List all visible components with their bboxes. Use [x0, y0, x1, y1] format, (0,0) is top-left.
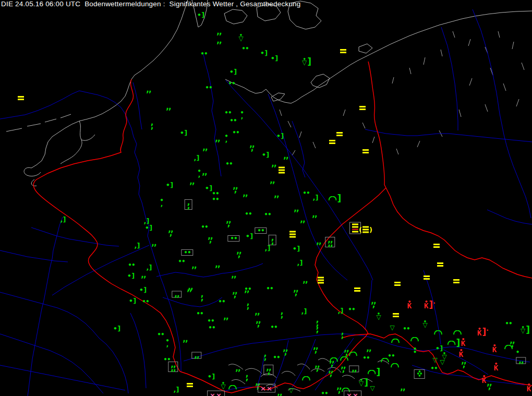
- wx-symbol-d2: ••: [430, 367, 437, 370]
- wx-symbol-c3: ,,,: [233, 185, 237, 192]
- wx-symbol-mist: [354, 287, 360, 292]
- wx-symbol-c3: ,,,: [226, 219, 231, 226]
- wx-symbol-c2h: ,,: [349, 366, 359, 373]
- wx-symbol-arc: [381, 358, 389, 363]
- wx-symbol-c2h: ,,: [516, 357, 526, 364]
- wx-symbol-db: •]: [271, 55, 278, 61]
- wx-symbol-db: •]: [139, 287, 147, 293]
- wx-symbol-sh: ▽: [440, 360, 444, 365]
- wx-symbol-c3: ,,,: [277, 391, 282, 396]
- wx-symbol-d2: ••: [362, 356, 369, 359]
- wx-symbol-d2: ••: [264, 213, 271, 216]
- wx-symbol-mist: [359, 106, 366, 110]
- wx-symbol-d2: ••: [229, 119, 236, 122]
- wx-symbol-arc: [340, 356, 348, 361]
- wx-symbol-dot1: •: [516, 351, 519, 354]
- wx-symbol-d2: ••: [163, 358, 170, 361]
- wx-symbol-db: •]: [293, 246, 300, 251]
- weather-symbol-layer: •],,,,•▽•••]•]•••]•▽],,••••,,,,•]•••,•••…: [0, 0, 532, 396]
- wx-symbol-db: •]: [246, 233, 253, 239]
- station-box: ,,: [185, 199, 192, 210]
- station-box: ××: [344, 391, 361, 396]
- wx-symbol-mist: [336, 132, 343, 136]
- wx-symbol-c3: ,,,: [293, 287, 298, 295]
- wx-symbol-d2v: ••: [413, 347, 417, 354]
- wx-symbol-d2: ••: [178, 260, 185, 263]
- wx-symbol-db: •]: [229, 69, 237, 75]
- station-box: ••: [255, 227, 267, 234]
- wx-symbol-d2: ••: [241, 47, 248, 50]
- wx-symbol-mist: [394, 282, 401, 286]
- wx-symbol-kt: •K: [407, 301, 412, 309]
- wx-symbol-c4: ,,,,: [168, 362, 178, 372]
- wx-symbol-dc: •,: [224, 135, 228, 142]
- wx-symbol-d2: ••: [255, 227, 267, 234]
- wx-symbol-shb: •▽]: [521, 326, 530, 333]
- wx-symbol-dc: •,: [160, 199, 164, 206]
- wx-symbol-d2: ••: [228, 82, 235, 85]
- wx-symbol-d2: ••: [200, 52, 207, 55]
- wx-symbol-cb: ,]: [174, 387, 179, 392]
- wx-symbol-arc: [504, 345, 513, 350]
- wx-symbol-sh: ▽: [390, 326, 394, 330]
- station-box: ••: [227, 235, 239, 242]
- wx-symbol-c3: ,,,: [336, 385, 341, 392]
- wx-symbol-c2h: ,,: [303, 279, 307, 282]
- wx-symbol-mist: [437, 262, 443, 267]
- wx-symbol-c2h: ,,: [215, 263, 220, 267]
- wx-symbol-d2: ••: [303, 191, 309, 195]
- wx-symbol-d2: ••: [348, 308, 355, 311]
- wx-symbol-d2: ••: [207, 319, 214, 322]
- wx-symbol-mist: [433, 244, 440, 248]
- wx-symbol-arc: [391, 363, 399, 368]
- wx-symbol-cb: ,]: [297, 260, 303, 266]
- station-box: ,,: [516, 357, 526, 364]
- station-box: ,,,,: [168, 362, 178, 372]
- wx-symbol-sh: ▽: [370, 386, 374, 391]
- wx-symbol-c2h: ,,: [235, 367, 240, 370]
- wx-symbol-d2: ••: [212, 198, 219, 201]
- wx-symbol-mist: [340, 49, 346, 53]
- wx-symbol-kt: •K: [492, 345, 497, 353]
- wx-symbol-db: •]: [208, 374, 215, 379]
- wx-symbol-c2v: ,,: [341, 330, 344, 338]
- wx-symbol-kt: •K: [459, 350, 463, 357]
- wx-symbol-db: •]: [197, 12, 204, 18]
- wx-symbol-c2v: ,,: [185, 199, 192, 210]
- wx-symbol-arcb: ]: [368, 369, 381, 376]
- wx-symbol-c3: ,,,: [461, 359, 466, 367]
- wx-symbol-c3: ,,,: [263, 365, 273, 375]
- wx-symbol-c2v: ,,: [247, 301, 249, 308]
- wx-symbol-mist: [393, 313, 399, 317]
- station-box: ••••: [414, 369, 425, 379]
- wx-symbol-c3: ,,,: [328, 368, 333, 376]
- wx-symbol-db: •]: [260, 50, 268, 56]
- wx-symbol-c3: ,,,: [208, 235, 212, 242]
- wx-symbol-c2h: ,,: [271, 162, 276, 166]
- wx-symbol-d2: ••: [505, 322, 512, 325]
- wx-symbol-c4: ,,,,: [325, 237, 335, 247]
- wx-symbol-kt: •K: [482, 376, 486, 383]
- wx-symbol-db: •]: [205, 185, 212, 191]
- wx-symbol-d2: ••: [181, 249, 193, 256]
- wx-symbol-fog: [279, 167, 285, 174]
- wx-symbol-c3: ,,,: [256, 319, 260, 326]
- wx-symbol-c3: ,,,: [341, 364, 345, 371]
- wx-symbol-d2: ••: [205, 86, 212, 89]
- wx-symbol-cb: ,]: [144, 218, 150, 224]
- wx-symbol-c2h: ,,: [215, 137, 220, 141]
- wx-symbol-d2: ••: [196, 312, 203, 315]
- wx-symbol-c2h: ,,: [255, 310, 259, 314]
- wx-symbol-d2: ••: [266, 287, 273, 290]
- wx-symbol-shb: •▽]: [359, 379, 368, 386]
- wx-symbol-c2h: ,,: [400, 386, 405, 390]
- wx-symbol-d2: ••: [157, 333, 164, 336]
- station-box: ,,: [349, 366, 359, 373]
- wx-symbol-c2h: ,,: [216, 39, 221, 43]
- wx-symbol-db: •]: [436, 345, 443, 351]
- wx-symbol-db: •]: [166, 182, 173, 188]
- wx-symbol-cb: ,]: [194, 155, 200, 161]
- wx-symbol-c2h: ,,: [166, 105, 171, 109]
- wx-symbol-d2: ••: [212, 192, 219, 195]
- wx-symbol-c2h: ,,: [223, 315, 228, 319]
